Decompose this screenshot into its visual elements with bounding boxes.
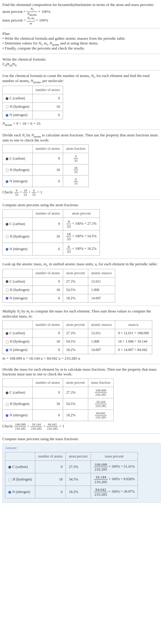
nitrogen-dot-icon (6, 180, 8, 183)
atomfrac-section: Divide each Ni by Natoms to calculate at… (2, 133, 161, 197)
answer-table: number of atomsatom percentmass percent … (5, 452, 138, 498)
answer-label: Answer: (5, 446, 158, 450)
hydrogen-dot-icon (6, 235, 9, 238)
formula-title: Write the chemical formula: (2, 57, 161, 62)
atomfrac-table: number of atomsatom fraction C (carbon)9… (2, 144, 89, 187)
plan: Plan: • Write the chemical formula and g… (2, 31, 161, 51)
answer-box: Answer: number of atomsatom percentmass … (2, 443, 161, 503)
atom-percent-formula: atom percent = NiNatoms × 100% (2, 7, 161, 16)
massfrac-table: number of atomsatom percentmass fraction… (2, 378, 114, 421)
masspct-section: Compute mass percents using the mass fra… (2, 437, 161, 441)
mass-lookup-text: Look up the atomic mass, mi, in unified … (2, 262, 161, 267)
atomfrac-check: Check: 933 + 1833 + 633 = 1 (2, 189, 161, 196)
molmass-section: Multiply Ni by mi to compute the mass fo… (2, 309, 161, 361)
intro: Find the elemental composition for hexam… (2, 2, 161, 25)
carbon-dot-icon (6, 97, 8, 100)
carbon-dot-icon (6, 392, 8, 394)
hydrogen-dot-icon (8, 478, 11, 481)
masspct-text: Compute mass percents using the mass fra… (2, 437, 161, 441)
formula-section: Write the chemical formula: C9H18N6 (2, 57, 161, 67)
massfrac-text: Divide the mass for each element by m to… (2, 367, 161, 377)
mass-lookup-table: number of atomsatom percentatomic mass/u… (2, 269, 115, 303)
massfrac-check: Check: 108.099210.285 + 18.144210.285 + … (2, 423, 161, 430)
hydrogen-dot-icon (6, 341, 9, 343)
plan-b2: • Determine values for Ni, mi, Natoms an… (2, 41, 161, 46)
atompct-text: Compute atom percents using the atom fra… (2, 203, 161, 207)
hydrogen-dot-icon (6, 169, 9, 172)
nitrogen-dot-icon (6, 414, 8, 417)
hydrogen-dot-icon (6, 403, 9, 406)
massfrac-section: Divide the mass for each element by m to… (2, 367, 161, 430)
nitrogen-dot-icon (6, 248, 8, 251)
nitrogen-dot-icon (6, 297, 8, 300)
intro-line1: Find the elemental composition for hexam… (2, 2, 161, 7)
molmass-sum: m = 108.099 u + 18.144 u + 84.042 u = 21… (2, 356, 161, 361)
molmass-text: Multiply Ni by mi to compute the mass fo… (2, 309, 161, 319)
atompct-table: number of atomsatom percent C (carbon)99… (2, 209, 100, 255)
nitrogen-dot-icon (6, 114, 8, 117)
plan-b3: • Finally, compute the percents and chec… (2, 46, 161, 51)
mass-percent-formula: mass percent = Ni mim × 100% (2, 16, 161, 25)
plan-title: Plan: (2, 31, 161, 36)
nitrogen-dot-icon (8, 491, 11, 494)
atompct-section: Compute atom percents using the atom fra… (2, 203, 161, 255)
carbon-dot-icon (6, 332, 8, 335)
hydrogen-dot-icon (6, 289, 9, 292)
hydrogen-dot-icon (6, 105, 9, 108)
carbon-dot-icon (6, 280, 8, 283)
carbon-dot-icon (6, 223, 8, 226)
natoms-sum: Natoms = 9 + 18 + 6 = 33 (2, 121, 161, 127)
count-table: number of atoms C (carbon)9 H (hydrogen)… (2, 86, 63, 119)
plan-b1: • Write the chemical formula and gather … (2, 36, 161, 41)
nitrogen-dot-icon (6, 349, 8, 352)
chemical-formula: C9H18N6 (2, 62, 161, 67)
molmass-table: number of atomsatom percentatomic mass/u… (2, 321, 152, 354)
carbon-dot-icon (6, 158, 8, 160)
mass-lookup-section: Look up the atomic mass, mi, in unified … (2, 262, 161, 303)
carbon-dot-icon (8, 466, 11, 469)
atomfrac-text: Divide each Ni by Natoms to calculate at… (2, 133, 161, 143)
count-text: Use the chemical formula to count the nu… (2, 73, 161, 84)
count-section: Use the chemical formula to count the nu… (2, 73, 161, 127)
